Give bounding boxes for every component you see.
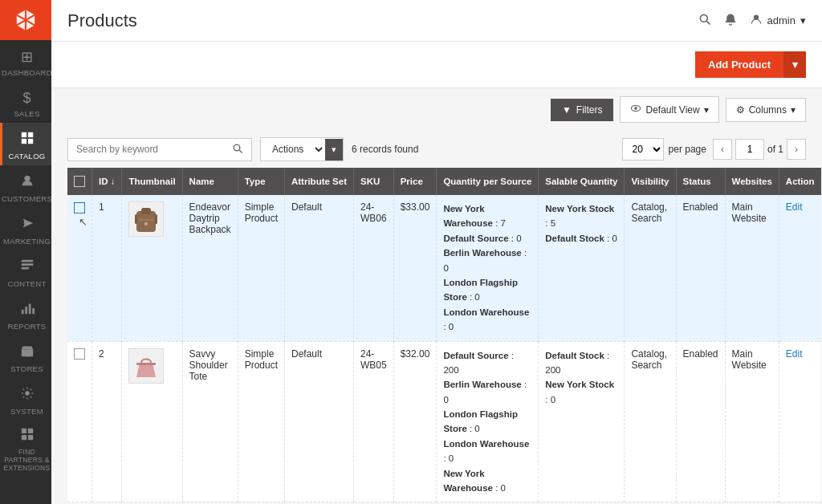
col-salable-qty[interactable]: Salable Quantity	[539, 168, 625, 195]
stores-icon	[20, 343, 35, 362]
page-title: Products	[67, 10, 137, 31]
svg-rect-17	[27, 429, 32, 433]
row-sku: 24-WB05	[353, 341, 393, 502]
sidebar-item-reports[interactable]: REPORTS	[0, 293, 51, 335]
sidebar-item-label: MARKETING	[3, 237, 51, 246]
col-qty-source[interactable]: Quantity per Source	[437, 168, 539, 195]
svg-rect-28	[141, 208, 151, 214]
next-page-button[interactable]: ›	[787, 139, 806, 160]
svg-point-30	[144, 222, 148, 226]
columns-dropdown-icon: ▾	[791, 104, 796, 116]
sidebar-item-label: CONTENT	[7, 279, 46, 288]
per-page-group: 20 per page	[622, 138, 706, 161]
columns-button[interactable]: ⚙ Columns ▾	[726, 98, 806, 122]
sidebar-item-system[interactable]: SYSTEM	[0, 378, 51, 421]
row-qty-source: New York Warehouse : 7 Default Source : …	[437, 195, 539, 341]
actions-dropdown[interactable]: Actions	[261, 138, 325, 161]
row-thumbnail	[122, 195, 182, 341]
svg-rect-10	[25, 307, 27, 314]
sidebar: ⊞ DASHBOARD $ SALES CATALOG CUSTOMERS MA…	[0, 0, 51, 504]
sales-icon: $	[22, 90, 31, 107]
user-menu[interactable]: admin ▾	[750, 13, 806, 28]
edit-link[interactable]: Edit	[786, 201, 803, 213]
row-websites: Main Website	[725, 341, 779, 502]
actions-submit-button[interactable]: ▾	[325, 139, 343, 161]
reports-icon	[20, 301, 35, 319]
select-all-header[interactable]	[67, 168, 92, 195]
table-row: 2 Savvy Shoulder Tote Simple	[67, 341, 821, 502]
customers-icon	[20, 173, 35, 192]
content-area: Add Product ▾ ▼ Filters Default View ▾ ⚙…	[51, 42, 822, 504]
actions-select-group: Actions ▾	[260, 137, 344, 161]
default-view-label: Default View	[645, 104, 699, 116]
sidebar-item-marketing[interactable]: MARKETING	[0, 208, 51, 250]
topbar: Products admin ▾	[51, 0, 822, 42]
col-action: Action	[779, 168, 820, 195]
sidebar-item-stores[interactable]: STORES	[0, 335, 51, 378]
svg-point-24	[635, 107, 638, 110]
extensions-icon	[20, 427, 35, 445]
sidebar-item-dashboard[interactable]: ⊞ DASHBOARD	[0, 40, 51, 82]
row-id: 2	[92, 341, 122, 502]
search-icon[interactable]	[232, 143, 243, 156]
search-icon[interactable]	[698, 13, 711, 29]
search-input[interactable]	[76, 144, 232, 155]
svg-rect-19	[27, 435, 32, 440]
col-id[interactable]: ID ↓	[92, 168, 122, 195]
default-view-button[interactable]: Default View ▾	[620, 96, 718, 123]
filters-label: Filters	[576, 104, 603, 116]
add-product-button[interactable]: Add Product	[695, 51, 783, 78]
notifications-icon[interactable]	[724, 13, 737, 29]
row-checkbox-cell[interactable]: ↖	[67, 195, 92, 341]
svg-rect-31	[135, 214, 137, 224]
columns-icon: ⚙	[736, 104, 745, 116]
row-action[interactable]: Edit	[779, 341, 820, 502]
col-type[interactable]: Type	[238, 168, 284, 195]
row-checkbox[interactable]	[74, 348, 85, 360]
sidebar-item-label: CATALOG	[8, 152, 45, 161]
col-status[interactable]: Status	[676, 168, 725, 195]
grid-toolbar-right: 20 per page ‹ of 1 ›	[622, 138, 806, 161]
row-checkbox-cell[interactable]	[67, 341, 92, 502]
filters-button[interactable]: ▼ Filters	[551, 99, 614, 121]
svg-rect-7	[21, 263, 32, 266]
row-status: Enabled	[676, 195, 725, 341]
svg-rect-9	[21, 310, 23, 314]
col-price[interactable]: Price	[393, 168, 437, 195]
row-qty-source: Default Source : 200 Berlin Warehouse : …	[437, 341, 539, 502]
current-page-input[interactable]	[735, 139, 764, 160]
add-product-group: Add Product ▾	[695, 51, 806, 78]
col-attribute-set[interactable]: Attribute Set	[284, 168, 353, 195]
page-of-label: of 1	[767, 144, 783, 155]
col-visibility[interactable]: Visibility	[625, 168, 676, 195]
sidebar-item-label: STORES	[10, 364, 43, 373]
select-all-checkbox[interactable]	[74, 176, 85, 187]
sidebar-item-sales[interactable]: $ SALES	[0, 82, 51, 123]
search-box	[67, 138, 252, 161]
row-action[interactable]: Edit	[779, 195, 820, 341]
row-status: Enabled	[676, 341, 725, 502]
sidebar-logo[interactable]	[0, 0, 51, 40]
row-salable-qty: Default Stock : 200 New York Stock : 0	[539, 341, 625, 502]
row-salable-qty: New York Stock : 5 Default Stock : 0	[539, 195, 625, 341]
col-websites[interactable]: Websites	[725, 168, 779, 195]
prev-page-button[interactable]: ‹	[713, 139, 732, 160]
col-sku[interactable]: SKU	[353, 168, 393, 195]
sidebar-item-label: SALES	[14, 109, 39, 118]
sidebar-item-label: DASHBOARD	[2, 68, 51, 77]
row-checkbox[interactable]	[74, 202, 85, 213]
col-thumbnail: Thumbnail	[122, 168, 182, 195]
col-name[interactable]: Name	[182, 168, 238, 195]
svg-point-15	[25, 391, 29, 395]
row-thumbnail	[122, 341, 182, 502]
main-content: Products admin ▾ Add Product ▾	[51, 0, 822, 504]
records-found: 6 records found	[352, 144, 418, 155]
sidebar-item-extensions[interactable]: FIND PARTNERS & EXTENSIONS	[0, 421, 51, 477]
edit-link[interactable]: Edit	[786, 348, 803, 360]
add-product-dropdown-button[interactable]: ▾	[783, 51, 806, 78]
sidebar-item-content[interactable]: CONTENT	[0, 250, 51, 293]
sidebar-item-customers[interactable]: CUSTOMERS	[0, 165, 51, 208]
per-page-select[interactable]: 20	[622, 138, 664, 161]
sidebar-item-catalog[interactable]: CATALOG	[0, 123, 51, 165]
filter-icon: ▼	[562, 104, 572, 116]
